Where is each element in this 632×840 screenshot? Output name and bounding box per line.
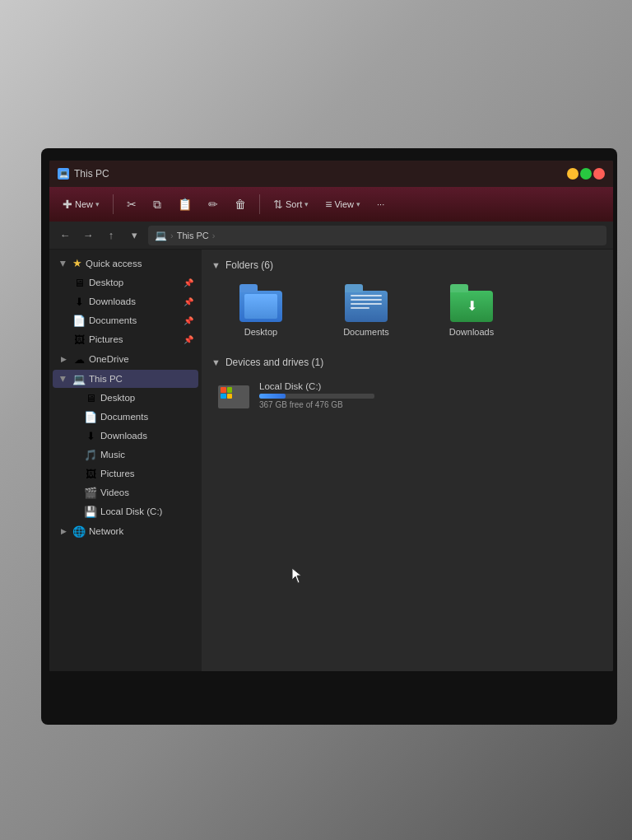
thispc-desktop-icon: 🖥 xyxy=(84,391,97,404)
drive-c-info: Local Disk (C:) 367 GB free of 476 GB xyxy=(259,381,435,409)
more-button[interactable]: ··· xyxy=(370,196,391,212)
thispc-music-icon: 🎵 xyxy=(84,448,97,461)
maximize-button[interactable] xyxy=(580,168,592,180)
back-button[interactable]: ← xyxy=(56,226,74,245)
quick-access-header[interactable]: ▶ ★ Quick access xyxy=(53,254,198,273)
file-explorer-window: 💻 This PC ✚ New ▾ ✂ ⧉ 📋 ✏ 🗑 xyxy=(49,161,613,671)
desktop-folder-icon xyxy=(239,286,282,322)
window-title: This PC xyxy=(74,168,109,180)
thispc-computer-icon: 💻 xyxy=(72,372,86,385)
new-button[interactable]: ✚ New ▾ xyxy=(56,194,106,214)
cut-button[interactable]: ✂ xyxy=(120,194,143,214)
sort-icon: ⇅ xyxy=(273,198,283,211)
onedrive-cloud-icon: ☁ xyxy=(72,352,86,366)
thispc-expand-icon: ▶ xyxy=(58,373,69,385)
downloads-pin-icon: 📌 xyxy=(184,297,193,306)
sidebar-item-thispc-downloads[interactable]: ⬇ Downloads xyxy=(53,427,198,445)
sidebar-item-thispc-documents[interactable]: 📄 Documents xyxy=(53,408,198,426)
drive-c-size-text: 367 GB free of 476 GB xyxy=(259,400,435,409)
drives-section-header: ▼ Devices and drives (1) xyxy=(211,357,603,368)
sidebar-desktop-label: Desktop xyxy=(89,278,180,287)
sidebar-item-thispc[interactable]: ▶ 💻 This PC xyxy=(53,370,198,388)
windows-logo-red xyxy=(221,387,226,393)
sidebar-item-thispc-music[interactable]: 🎵 Music xyxy=(53,446,198,464)
sidebar-section-network: ▶ 🌐 Network xyxy=(49,522,202,540)
network-globe-icon: 🌐 xyxy=(72,525,86,538)
sidebar-documents-label: Documents xyxy=(89,315,180,325)
thispc-localdisk-icon: 💾 xyxy=(84,505,97,518)
drive-c-name: Local Disk (C:) xyxy=(259,381,435,391)
downloads-arrow-icon: ⬇ xyxy=(467,300,477,313)
rename-button[interactable]: ✏ xyxy=(202,194,225,214)
network-expand-icon: ▶ xyxy=(58,525,69,537)
address-pill[interactable]: 💻 › This PC › xyxy=(148,226,606,245)
sidebar-item-documents[interactable]: 📄 Documents 📌 xyxy=(53,311,198,329)
windows-logo-yellow xyxy=(227,394,233,399)
folder-item-documents[interactable]: Documents xyxy=(317,279,416,343)
sidebar-downloads-label: Downloads xyxy=(89,296,180,306)
minimize-button[interactable] xyxy=(567,168,579,180)
sidebar-item-desktop[interactable]: 🖥 Desktop 📌 xyxy=(53,273,198,292)
delete-button[interactable]: 🗑 xyxy=(228,194,253,214)
sidebar-pictures-label: Pictures xyxy=(89,334,180,344)
forward-icon: → xyxy=(83,229,94,241)
thispc-documents-icon: 📄 xyxy=(84,410,97,423)
folder-grid: Desktop Document xyxy=(211,279,603,343)
view-chevron-icon: ▾ xyxy=(356,200,360,208)
sidebar-item-thispc-localdisk[interactable]: 💾 Local Disk (C:) xyxy=(53,502,198,520)
sidebar-item-downloads[interactable]: ⬇ Downloads 📌 xyxy=(53,292,198,310)
forward-button[interactable]: → xyxy=(79,226,97,245)
drive-c-bar xyxy=(259,394,374,399)
folders-section-header: ▼ Folders (6) xyxy=(211,259,603,271)
sidebar-section-quickaccess: ▶ ★ Quick access 🖥 Desktop 📌 ⬇ Downloads… xyxy=(49,254,202,348)
sidebar-item-pictures[interactable]: 🖼 Pictures 📌 xyxy=(53,330,198,348)
view-icon: ≡ xyxy=(325,198,332,211)
sidebar-network-label: Network xyxy=(89,526,193,536)
sort-button[interactable]: ⇅ Sort ▾ xyxy=(267,194,315,214)
toolbar-separator-1 xyxy=(113,194,114,214)
sidebar-thispc-music-label: Music xyxy=(100,450,193,460)
downloads-folder-name: Downloads xyxy=(449,327,494,337)
paste-icon: 📋 xyxy=(178,198,192,211)
documents-folder-icon xyxy=(345,286,388,322)
sidebar-item-thispc-videos[interactable]: 🎬 Videos xyxy=(53,483,198,502)
sidebar-item-thispc-desktop[interactable]: 🖥 Desktop xyxy=(53,389,198,407)
thispc-videos-icon: 🎬 xyxy=(84,486,97,499)
drives-collapse-icon[interactable]: ▼ xyxy=(211,357,221,367)
content-area: ▼ Folders (6) Desktop xyxy=(202,250,613,671)
desktop-pin-icon: 📌 xyxy=(184,278,193,287)
sidebar-thispc-localdisk-label: Local Disk (C:) xyxy=(100,506,193,516)
sidebar-thispc-desktop-label: Desktop xyxy=(100,393,193,403)
documents-folder-name: Documents xyxy=(343,327,389,337)
drive-item-c[interactable]: Local Disk (C:) 367 GB free of 476 GB xyxy=(211,376,442,414)
title-bar: 💻 This PC xyxy=(49,161,613,187)
folder-item-downloads[interactable]: ⬇ Downloads xyxy=(422,279,521,343)
sidebar-item-thispc-pictures[interactable]: 🖼 Pictures xyxy=(53,464,198,483)
copy-button[interactable]: ⧉ xyxy=(146,194,168,215)
recent-icon: ▾ xyxy=(132,229,137,241)
recent-button[interactable]: ▾ xyxy=(125,226,143,245)
paste-button[interactable]: 📋 xyxy=(171,194,198,214)
close-button[interactable] xyxy=(593,168,605,180)
folder-item-desktop[interactable]: Desktop xyxy=(211,279,310,343)
sidebar-item-network[interactable]: ▶ 🌐 Network xyxy=(53,522,198,540)
sidebar-thispc-videos-label: Videos xyxy=(100,488,193,497)
folders-collapse-icon[interactable]: ▼ xyxy=(211,260,221,270)
view-button[interactable]: ≡ View ▾ xyxy=(318,194,367,214)
onedrive-expand-icon: ▶ xyxy=(58,353,69,365)
sidebar-section-thispc: ▶ 💻 This PC 🖥 Desktop 📄 Documents xyxy=(49,370,202,520)
sidebar-thispc-pictures-label: Pictures xyxy=(100,469,193,478)
windows-logo-green xyxy=(227,387,233,393)
address-crumb-thispc: This PC xyxy=(177,231,209,240)
quick-access-expand-icon: ▶ xyxy=(58,258,69,269)
delete-icon: 🗑 xyxy=(235,198,246,211)
toolbar-separator-2 xyxy=(259,194,260,214)
address-pc-icon: 💻 xyxy=(155,230,167,241)
sort-chevron-icon: ▾ xyxy=(304,200,309,208)
up-button[interactable]: ↑ xyxy=(102,226,120,245)
sidebar-thispc-documents-label: Documents xyxy=(100,412,193,422)
window-controls xyxy=(567,168,605,180)
sidebar-item-onedrive[interactable]: ▶ ☁ OneDrive xyxy=(53,350,198,368)
downloads-sidebar-icon: ⬇ xyxy=(72,295,86,308)
documents-sidebar-icon: 📄 xyxy=(72,314,86,327)
